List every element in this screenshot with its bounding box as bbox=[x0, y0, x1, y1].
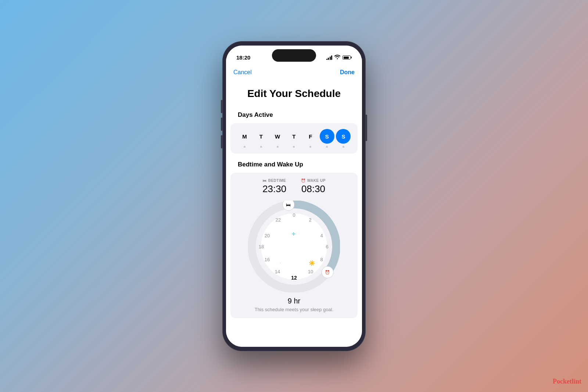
wakeup-time-label: ⏰ WAKE UP bbox=[301, 179, 326, 183]
bedtime-label: Bedtime and Wake Up bbox=[230, 161, 358, 173]
day-circle-6: S bbox=[336, 129, 351, 144]
dynamic-island bbox=[272, 49, 316, 62]
svg-text:10: 10 bbox=[308, 269, 313, 274]
day-item-6[interactable]: S bbox=[336, 129, 351, 148]
clock-face[interactable]: 0 2 4 6 8 10 bbox=[248, 201, 340, 292]
sleep-note: This schedule meets your sleep goal. bbox=[236, 307, 352, 312]
day-dot-4 bbox=[309, 146, 311, 148]
day-dot-3 bbox=[293, 146, 295, 148]
wakeup-time-value: 08:30 bbox=[301, 183, 326, 195]
svg-text:2: 2 bbox=[309, 217, 311, 223]
day-item-5[interactable]: S bbox=[320, 129, 334, 148]
days-container: MTWTFSS bbox=[230, 123, 358, 154]
phone-screen: 18:20 bbox=[226, 46, 362, 347]
alarm-icon: ⏰ bbox=[301, 179, 306, 183]
svg-text:0: 0 bbox=[293, 212, 295, 218]
done-button[interactable]: Done bbox=[340, 69, 355, 76]
bedtime-section: Bedtime and Wake Up 🛏 BEDTIME 23:30 bbox=[226, 161, 362, 326]
clock-svg: 0 2 4 6 8 10 bbox=[248, 201, 340, 292]
time-display: 🛏 BEDTIME 23:30 ⏰ WAKE UP 08:30 bbox=[236, 179, 352, 195]
status-time: 18:20 bbox=[236, 54, 250, 61]
day-item-0[interactable]: M bbox=[237, 129, 252, 148]
wakeup-block: ⏰ WAKE UP 08:30 bbox=[301, 179, 326, 195]
svg-point-1 bbox=[261, 213, 327, 280]
svg-text:12: 12 bbox=[291, 275, 297, 281]
day-dot-2 bbox=[277, 146, 279, 148]
bed-icon: 🛏 bbox=[263, 179, 267, 183]
day-item-1[interactable]: T bbox=[254, 129, 268, 148]
nav-bar: Cancel Done bbox=[226, 65, 362, 79]
battery-icon bbox=[343, 55, 352, 60]
day-dot-5 bbox=[326, 146, 328, 148]
day-circle-4: F bbox=[303, 129, 318, 144]
wifi-icon bbox=[334, 55, 340, 60]
svg-text:🛏: 🛏 bbox=[286, 202, 291, 208]
cancel-button[interactable]: Cancel bbox=[233, 69, 252, 76]
day-item-4[interactable]: F bbox=[303, 129, 318, 148]
signal-bar-4 bbox=[331, 55, 332, 60]
bedtime-time-value: 23:30 bbox=[262, 183, 286, 195]
pocketlint-badge: Pocketlint bbox=[553, 378, 581, 385]
app-content: Cancel Done Edit Your Schedule Days Acti… bbox=[226, 65, 362, 347]
signal-bar-1 bbox=[326, 59, 327, 60]
status-bar: 18:20 bbox=[226, 46, 362, 65]
svg-text:✛: ✛ bbox=[292, 231, 295, 237]
battery-fill bbox=[344, 57, 349, 59]
sleep-duration: 9 hr This schedule meets your sleep goal… bbox=[236, 297, 352, 312]
svg-text:20: 20 bbox=[265, 233, 270, 238]
day-circle-2: W bbox=[270, 129, 285, 144]
svg-text:4: 4 bbox=[320, 233, 323, 238]
days-active-section: Days Active MTWTFSS bbox=[226, 111, 362, 161]
svg-text:22: 22 bbox=[276, 217, 281, 223]
battery-body bbox=[343, 55, 351, 60]
signal-bars-icon bbox=[326, 55, 333, 60]
sleep-hours: 9 hr bbox=[236, 297, 352, 305]
status-icons bbox=[326, 55, 352, 60]
battery-tip bbox=[351, 57, 352, 58]
phone-frame: 18:20 bbox=[222, 41, 366, 351]
page-title: Edit Your Schedule bbox=[226, 79, 362, 112]
signal-bar-2 bbox=[328, 58, 329, 60]
day-circle-5: S bbox=[320, 129, 334, 144]
svg-text:8: 8 bbox=[320, 257, 323, 262]
bedtime-block: 🛏 BEDTIME 23:30 bbox=[262, 179, 286, 195]
bedtime-container: 🛏 BEDTIME 23:30 ⏰ WAKE UP 08:30 bbox=[230, 173, 358, 318]
day-circle-0: M bbox=[237, 129, 252, 144]
svg-text:16: 16 bbox=[265, 257, 270, 262]
svg-text:18: 18 bbox=[259, 244, 264, 249]
svg-text:14: 14 bbox=[275, 269, 280, 274]
day-item-2[interactable]: W bbox=[270, 129, 285, 148]
day-dot-6 bbox=[343, 146, 344, 148]
day-dot-0 bbox=[244, 146, 245, 148]
day-circle-1: T bbox=[254, 129, 268, 144]
signal-bar-3 bbox=[330, 57, 331, 60]
clock-container: 0 2 4 6 8 10 bbox=[236, 201, 352, 292]
svg-text:6: 6 bbox=[326, 244, 328, 249]
day-circle-3: T bbox=[287, 129, 301, 144]
svg-text:☀️: ☀️ bbox=[309, 260, 315, 266]
days-active-label: Days Active bbox=[230, 111, 358, 123]
svg-text:✛: ✛ bbox=[280, 262, 281, 264]
day-item-3[interactable]: T bbox=[287, 129, 301, 148]
svg-text:⏰: ⏰ bbox=[325, 270, 330, 275]
bedtime-time-label: 🛏 BEDTIME bbox=[262, 179, 286, 183]
day-dot-1 bbox=[260, 146, 262, 148]
